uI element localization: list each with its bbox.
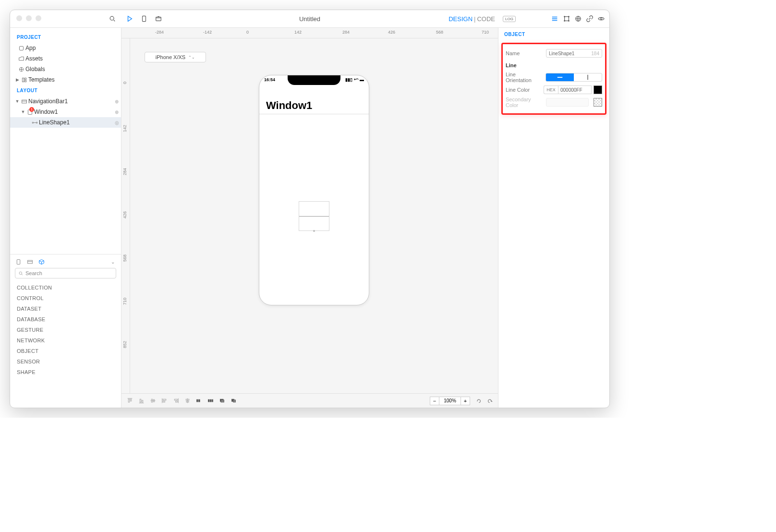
zoom-value: 100%: [439, 397, 461, 405]
orientation-horizontal[interactable]: [546, 73, 574, 81]
hex-input[interactable]: 000000FF: [558, 85, 592, 94]
mode-switch[interactable]: DESIGN|CODE: [449, 15, 495, 23]
svg-rect-35: [130, 399, 131, 401]
svg-rect-22: [22, 100, 26, 103]
project-item-assets[interactable]: Assets: [10, 53, 121, 64]
traffic-lights: [16, 15, 41, 21]
svg-point-25: [32, 122, 33, 123]
layout-tab-icon[interactable]: [26, 258, 33, 265]
resize-handle[interactable]: [313, 230, 315, 232]
globe-icon[interactable]: [575, 15, 582, 22]
archive-icon[interactable]: [155, 15, 162, 22]
device-icon[interactable]: [141, 15, 147, 22]
svg-rect-29: [27, 260, 32, 264]
layout-item-window[interactable]: ▼Window1⊕: [10, 107, 121, 117]
layout-item-lineshape[interactable]: LineShape1◎: [10, 117, 121, 128]
svg-point-31: [19, 272, 22, 275]
secondary-color-label: Secondary Color: [506, 97, 543, 108]
project-item-templates[interactable]: ▶Templates: [10, 74, 121, 85]
stack-icon[interactable]: [218, 398, 225, 404]
line-color-label: Line Color: [506, 87, 541, 93]
mode-design[interactable]: DESIGN: [449, 15, 473, 23]
undo-icon[interactable]: [475, 398, 482, 404]
play-icon[interactable]: [126, 15, 133, 22]
selected-shape[interactable]: [299, 201, 329, 231]
svg-rect-19: [22, 78, 24, 82]
search-icon[interactable]: [109, 15, 116, 22]
svg-point-11: [564, 16, 565, 17]
align-top-icon[interactable]: [126, 398, 133, 404]
orientation-segment[interactable]: [546, 73, 602, 82]
zoom-control[interactable]: − 100% +: [430, 397, 470, 405]
svg-rect-43: [163, 399, 166, 400]
redo-icon[interactable]: [486, 398, 493, 404]
align-hcenter-icon[interactable]: [184, 398, 191, 404]
maximize-icon[interactable]: [36, 15, 41, 21]
align-right-icon[interactable]: [172, 398, 179, 404]
device-selector[interactable]: iPhone X/XS ⌃⌄: [145, 52, 206, 62]
list-icon[interactable]: [552, 15, 558, 22]
zoom-in-button[interactable]: +: [461, 397, 470, 405]
distribute-h-icon[interactable]: [195, 398, 202, 404]
project-item-globals[interactable]: Globals: [10, 64, 121, 74]
zoom-out-button[interactable]: −: [430, 397, 439, 405]
svg-rect-24: [28, 109, 32, 114]
lib-cat-shape[interactable]: SHAPE: [15, 367, 116, 377]
svg-rect-44: [163, 401, 165, 402]
orientation-vertical[interactable]: [574, 73, 602, 81]
layout-item-navbar[interactable]: ▼NavigationBar1⊕: [10, 96, 121, 107]
color-swatch[interactable]: [594, 85, 602, 94]
add-icon[interactable]: ⊕: [112, 109, 121, 115]
secondary-color-swatch[interactable]: [594, 98, 602, 107]
name-input[interactable]: LineShape1 184: [546, 49, 602, 58]
line-shape: [299, 216, 329, 217]
svg-line-1: [114, 20, 115, 22]
log-button[interactable]: LOG: [503, 16, 516, 22]
library-search[interactable]: Search: [15, 268, 116, 278]
svg-rect-21: [24, 80, 26, 82]
svg-rect-55: [212, 399, 213, 402]
mode-code[interactable]: CODE: [477, 15, 495, 23]
project-item-app[interactable]: App: [10, 43, 121, 53]
chevron-down-icon[interactable]: ⌄: [109, 258, 116, 265]
lib-cat-gesture[interactable]: GESTURE: [15, 325, 116, 335]
distribute-v-icon[interactable]: [207, 398, 214, 404]
target-icon[interactable]: ◎: [112, 120, 121, 125]
close-icon[interactable]: [16, 15, 22, 21]
add-icon[interactable]: ⊕: [112, 99, 121, 104]
eye-icon[interactable]: [598, 15, 605, 22]
lib-cat-collection[interactable]: COLLECTION: [15, 282, 116, 293]
link-icon[interactable]: [586, 15, 593, 22]
layout-header: LAYOUT: [10, 85, 121, 96]
inspector-header: OBJECT: [498, 28, 609, 41]
svg-rect-59: [233, 400, 235, 402]
svg-point-13: [564, 21, 565, 22]
svg-point-16: [600, 18, 602, 20]
lib-cat-database[interactable]: DATABASE: [15, 314, 116, 325]
lib-cat-dataset[interactable]: DATASET: [15, 303, 116, 314]
svg-rect-10: [565, 17, 569, 21]
phone-preview[interactable]: 16:54 ▮▮▯⬿▬ Window1: [259, 75, 369, 305]
align-left-icon[interactable]: [161, 398, 168, 404]
stack2-icon[interactable]: [230, 398, 237, 404]
bounds-icon[interactable]: [563, 15, 570, 22]
project-header: PROJECT: [10, 32, 121, 43]
lib-cat-control[interactable]: CONTROL: [15, 293, 116, 303]
svg-rect-57: [221, 400, 224, 402]
canvas[interactable]: iPhone X/XS ⌃⌄ 16:54 ▮▮▯⬿▬ Window1: [130, 38, 498, 393]
lib-cat-network[interactable]: NETWORK: [15, 335, 116, 346]
lib-cat-object[interactable]: OBJECT: [15, 346, 116, 356]
lib-cat-sensor[interactable]: SENSOR: [15, 356, 116, 367]
svg-rect-51: [196, 399, 197, 402]
cube-tab-icon[interactable]: [38, 258, 45, 265]
svg-rect-54: [210, 399, 211, 402]
minimize-icon[interactable]: [26, 15, 32, 21]
align-bottom-icon[interactable]: [138, 398, 145, 404]
library-panel: ⌄ Search COLLECTION CONTROL DATASET DATA…: [10, 254, 121, 408]
status-bar: 16:54 ▮▮▯⬿▬: [264, 77, 364, 82]
device-tab-icon[interactable]: [15, 258, 22, 265]
inspector-highlight: Name LineShape1 184 Line Line Orientatio…: [501, 43, 606, 115]
svg-rect-28: [17, 259, 20, 264]
chevron-updown-icon: ⌃⌄: [188, 55, 195, 60]
align-vcenter-icon[interactable]: [149, 398, 156, 404]
